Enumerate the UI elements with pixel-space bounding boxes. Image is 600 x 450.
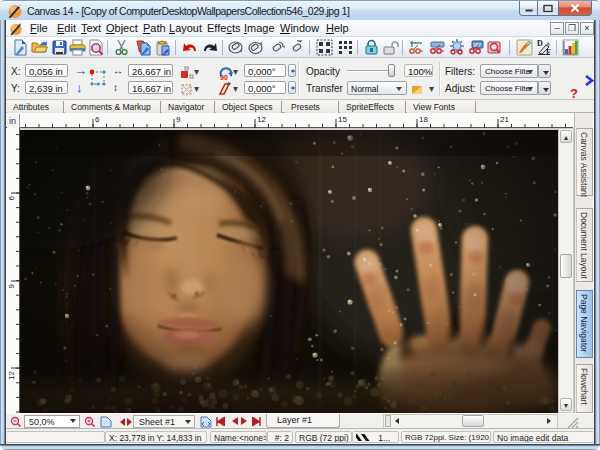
- svg-text:9: 9: [176, 115, 181, 124]
- svg-text:21: 21: [500, 115, 509, 124]
- svg-text:12: 12: [7, 370, 16, 379]
- svg-text:6: 6: [7, 195, 16, 200]
- svg-text:18: 18: [419, 115, 428, 124]
- svg-text:90: 90: [220, 74, 228, 80]
- svg-text:15: 15: [338, 115, 347, 124]
- svg-text:D: D: [537, 39, 543, 48]
- svg-text:12: 12: [257, 115, 266, 124]
- svg-text:6: 6: [95, 115, 100, 124]
- svg-text:9: 9: [7, 283, 16, 288]
